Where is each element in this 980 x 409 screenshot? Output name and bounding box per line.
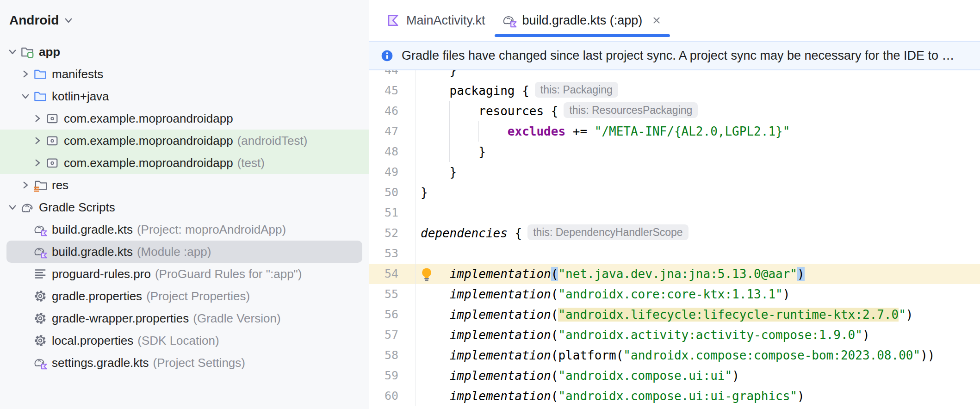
tree-item-com-example-moproandroidapp-test[interactable]: com.example.moproandroidapp(test) [0, 152, 369, 174]
tree-item-label: settings.gradle.kts [52, 356, 149, 370]
code-line-46[interactable]: 46 resources {this: ResourcesPackaging [369, 101, 980, 121]
tree-item-kotlin-java[interactable]: kotlin+java [0, 85, 369, 107]
code-token [421, 328, 450, 342]
editor-tab-mainactivity-kt[interactable]: MainActivity.kt [378, 0, 494, 41]
line-number[interactable]: 49 [369, 162, 416, 182]
code-token: implementation [450, 389, 551, 403]
code-line-54[interactable]: 54 implementation("net.java.dev.jna:jna:… [369, 264, 980, 284]
line-number[interactable]: 60 [369, 386, 416, 406]
line-number[interactable]: 56 [369, 304, 416, 325]
code-line-56[interactable]: 56 implementation("androidx.lifecycle:li… [369, 304, 980, 325]
tree-item-qualifier: (SDK Location) [137, 334, 219, 348]
chevron-down-icon[interactable] [6, 46, 19, 58]
chevron-spacer [19, 223, 31, 235]
project-view-selector[interactable]: Android [0, 0, 369, 41]
tree-item-build-gradle-kts-projectmoproandroidapp[interactable]: build.gradle.kts(Project: moproAndroidAp… [0, 218, 369, 241]
inlay-hint[interactable]: this: DependencyHandlerScope [527, 224, 688, 240]
code-line-45[interactable]: 45 packaging {this: Packaging [369, 81, 980, 101]
line-number[interactable]: 46 [369, 101, 416, 121]
tree-item-gradle-scripts[interactable]: Gradle Scripts [0, 196, 369, 218]
code-line-48[interactable]: 48 } [369, 142, 980, 162]
code-text: implementation("androidx.compose.ui:ui-g… [416, 386, 805, 406]
lightbulb-icon[interactable] [418, 266, 435, 282]
code-token: ) [783, 287, 790, 301]
code-line-50[interactable]: 50} [369, 182, 980, 203]
code-line-51[interactable]: 51 [369, 203, 980, 223]
tree-item-app[interactable]: app [0, 41, 369, 63]
line-number[interactable]: 53 [369, 243, 416, 264]
code-line-55[interactable]: 55 implementation("androidx.core:core-kt… [369, 284, 980, 304]
code-token: ( [551, 389, 558, 403]
code-token: "androidx.compose.ui:ui" [558, 369, 732, 383]
tree-item-gradle-properties-projectproperties[interactable]: gradle.properties(Project Properties) [0, 285, 369, 307]
close-icon[interactable] [651, 14, 663, 26]
code-token: "androidx.compose:compose-bom:2023.08.00… [623, 348, 920, 362]
chevron-right-icon[interactable] [31, 157, 43, 169]
tree-item-label: gradle.properties [52, 289, 142, 304]
line-number[interactable]: 58 [369, 345, 416, 366]
tree-item-local-properties-sdklocation[interactable]: local.properties(SDK Location) [0, 329, 369, 352]
code-token: "androidx.core:core-ktx:1.13.1" [558, 287, 782, 301]
code-text [416, 243, 421, 264]
editor-area: MainActivity.ktbuild.gradle.kts (:app) G… [369, 0, 980, 409]
line-number[interactable]: 52 [369, 223, 416, 243]
chevron-spacer [19, 335, 31, 347]
code-token: implementation [450, 328, 551, 342]
code-line-53[interactable]: 53 [369, 243, 980, 264]
code-line-52[interactable]: 52dependencies {this: DependencyHandlerS… [369, 223, 980, 243]
tree-item-settings-gradle-kts-projectsettings[interactable]: settings.gradle.kts(Project Settings) [0, 352, 369, 374]
tree-item-label: gradle-wrapper.properties [52, 311, 189, 326]
line-number[interactable]: 54 [369, 264, 416, 284]
tree-item-label: com.example.moproandroidapp [64, 134, 233, 148]
code-line-60[interactable]: 60 implementation("androidx.compose.ui:u… [369, 386, 980, 406]
tree-item-gradle-wrapper-properties-gradleversion[interactable]: gradle-wrapper.properties(Gradle Version… [0, 307, 369, 329]
code-token: ( [551, 328, 558, 342]
tree-item-com-example-moproandroidapp[interactable]: com.example.moproandroidapp [0, 107, 369, 130]
line-number[interactable]: 48 [369, 142, 416, 162]
code-editor[interactable]: 44 }45 packaging {this: Packaging46 reso… [369, 70, 980, 409]
code-token: "/META-INF/{AL2.0,LGPL2.1}" [595, 124, 790, 138]
line-number[interactable]: 51 [369, 203, 416, 223]
tree-item-proguard-rules-pro-proguardrulesforapp[interactable]: proguard-rules.pro(ProGuard Rules for ":… [0, 263, 369, 285]
line-number[interactable]: 50 [369, 182, 416, 203]
line-number[interactable]: 59 [369, 366, 416, 386]
editor-tab-build-gradle-kts-app-[interactable]: build.gradle.kts (:app) [494, 0, 671, 41]
code-token: (platform( [551, 348, 624, 362]
tree-item-res[interactable]: res [0, 174, 369, 196]
tree-item-manifests[interactable]: manifests [0, 63, 369, 85]
inlay-hint[interactable]: this: ResourcesPackaging [564, 102, 698, 118]
chevron-right-icon[interactable] [31, 112, 43, 124]
line-number[interactable]: 57 [369, 325, 416, 345]
inlay-hint[interactable]: this: Packaging [535, 82, 618, 98]
code-line-47[interactable]: 47 excludes += "/META-INF/{AL2.0,LGPL2.1… [369, 121, 980, 142]
code-line-58[interactable]: 58 implementation(platform("androidx.com… [369, 345, 980, 366]
folder-blue-icon [33, 67, 47, 81]
code-text: implementation("net.java.dev.jna:jna:5.1… [416, 264, 805, 284]
tree-item-com-example-moproandroidapp-androidtest[interactable]: com.example.moproandroidapp(androidTest) [0, 130, 369, 152]
code-line-59[interactable]: 59 implementation("androidx.compose.ui:u… [369, 366, 980, 386]
chevron-right-icon[interactable] [19, 68, 31, 80]
code-token: implementation [450, 267, 551, 281]
code-token: )) [920, 348, 935, 362]
line-number[interactable]: 47 [369, 121, 416, 142]
line-number[interactable]: 55 [369, 284, 416, 304]
chevron-spacer [19, 268, 31, 280]
folder-app-icon [20, 45, 34, 59]
code-token: ) [906, 308, 913, 322]
tree-item-build-gradle-kts-moduleapp[interactable]: build.gradle.kts(Module :app) [6, 241, 362, 263]
code-token: } [421, 70, 457, 77]
code-token: "androidx.lifecycle:lifecycle-runtime-kt… [558, 308, 899, 322]
chevron-down-icon[interactable] [19, 90, 31, 102]
code-line-44[interactable]: 44 } [369, 70, 980, 81]
code-line-57[interactable]: 57 implementation("androidx.activity:act… [369, 325, 980, 345]
chevron-right-icon[interactable] [31, 135, 43, 147]
lines-icon [33, 267, 47, 281]
line-number[interactable]: 45 [369, 81, 416, 101]
chevron-right-icon[interactable] [19, 179, 31, 191]
chevron-down-icon[interactable] [6, 201, 19, 213]
tree-item-label: kotlin+java [52, 89, 109, 104]
code-token: implementation [450, 308, 551, 322]
line-number[interactable]: 44 [369, 70, 416, 81]
code-line-49[interactable]: 49 } [369, 162, 980, 182]
code-text: implementation("androidx.lifecycle:lifec… [416, 304, 913, 325]
